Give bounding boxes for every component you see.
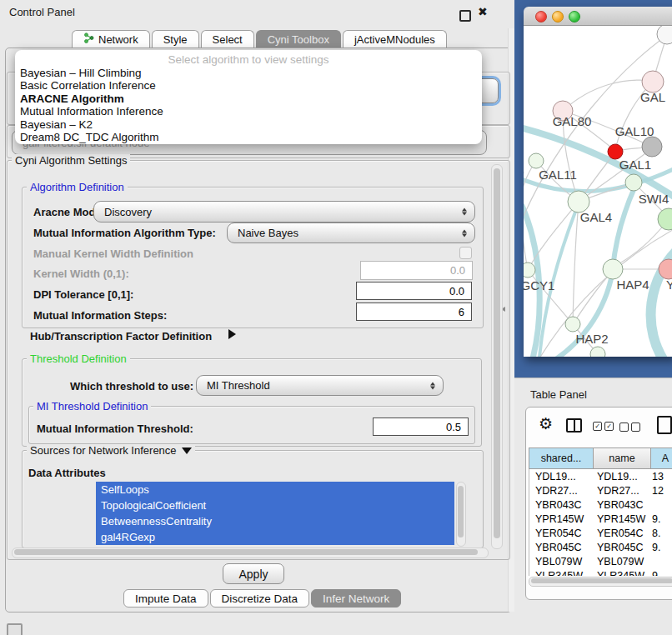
table-cell: YBL079W <box>529 556 593 568</box>
tab-network[interactable]: Network <box>72 30 150 48</box>
minimize-traffic-light-icon[interactable] <box>552 11 564 22</box>
attributes-scrollbar[interactable] <box>456 482 466 547</box>
expand-right-arrow-icon[interactable] <box>228 329 236 339</box>
collapse-down-arrow-icon[interactable] <box>182 448 192 454</box>
bottom-tab-discretize-data[interactable]: Discretize Data <box>210 589 310 608</box>
sources-title[interactable]: Sources for Network Inference <box>27 444 195 457</box>
columns-icon[interactable] <box>566 418 582 432</box>
mi-type-combo[interactable]: Naive Bayes <box>227 222 475 243</box>
which-threshold-combo[interactable]: MI Threshold <box>196 375 444 396</box>
settings-vertical-scrollbar[interactable] <box>491 164 503 549</box>
float-window-icon[interactable] <box>459 10 471 22</box>
close-traffic-light-icon[interactable] <box>535 11 547 22</box>
table-row[interactable]: YBL079WYBL079W <box>529 554 672 568</box>
bottom-tabbar: Impute DataDiscretize DataInfer Network <box>123 589 403 608</box>
dpi-tolerance-field[interactable]: 0.0 <box>356 282 472 300</box>
network-canvas[interactable]: GALGAL80GAL10GAL1GAL11SWI4GAL4GCY1HAP4YH… <box>524 26 672 357</box>
data-attributes-list[interactable]: SelfLoopsTopologicalCoefficientBetweenne… <box>96 482 454 545</box>
mi-steps-value: 6 <box>459 306 464 318</box>
table-row[interactable]: YBR045CYBR045C9. <box>529 540 672 554</box>
table-row[interactable]: YDL19...YDL19...13 <box>529 469 672 483</box>
network-node[interactable] <box>658 208 672 230</box>
attribute-item-betweennesscentrality[interactable]: BetweennessCentrality <box>96 513 454 529</box>
application-root: Control Panel ✖ NetworkStyleSelectCyni T… <box>0 0 672 635</box>
algorithm-option-dream8-dc-tdc-algorithm[interactable]: Dream8 DC_TDC Algorithm <box>15 131 482 143</box>
table-row[interactable]: YER054CYER054C8. <box>529 526 672 540</box>
network-node-label: GAL1 <box>619 158 651 172</box>
kernel-width-field[interactable]: 0.0 <box>360 261 473 280</box>
bottom-tab-infer-network[interactable]: Infer Network <box>311 589 401 608</box>
network-node-label: GAL80 <box>553 114 592 128</box>
which-threshold-label: Which threshold to use: <box>70 380 193 392</box>
sources-title-text: Sources for Network Inference <box>30 444 177 457</box>
gear-icon[interactable]: ⚙ <box>539 414 553 433</box>
table-cell: YER054C <box>529 528 593 539</box>
network-node-label: GAL10 <box>615 124 654 138</box>
column-header-name[interactable]: name <box>593 448 651 469</box>
apply-button[interactable]: Apply <box>223 563 284 584</box>
network-node[interactable] <box>603 259 623 279</box>
network-view-window[interactable]: GALGAL80GAL10GAL1GAL11SWI4GAL4GCY1HAP4YH… <box>524 7 672 357</box>
network-node[interactable] <box>529 153 544 168</box>
network-edge[interactable] <box>563 80 653 111</box>
control-panel-title: Control Panel <box>9 6 75 18</box>
settings-horizontal-scrollbar[interactable] <box>12 548 489 558</box>
table-header-row[interactable]: shared...nameA <box>529 448 672 469</box>
algorithm-dropdown-popup: Select algorithm to view settings Bayesi… <box>15 50 482 144</box>
document-icon[interactable] <box>657 416 672 434</box>
tab-select[interactable]: Select <box>201 30 254 48</box>
mi-threshold-field[interactable]: 0.5 <box>373 418 469 436</box>
table-cell: 8. <box>649 528 672 539</box>
table-row[interactable]: YLR345WYLR345W9. <box>529 568 672 576</box>
which-threshold-value: MI Threshold <box>207 379 270 392</box>
algorithm-option-bayesian-hill-climbing[interactable]: Bayesian – Hill Climbing <box>15 67 482 79</box>
table-horizontal-scrollbar[interactable] <box>529 577 672 587</box>
algorithm-option-mutual-information-inference[interactable]: Mutual Information Inference <box>15 105 482 118</box>
stepper-icon <box>430 382 435 389</box>
algorithm-option-bayesian-k2[interactable]: Bayesian – K2 <box>15 118 482 131</box>
tab-style[interactable]: Style <box>152 30 199 48</box>
tab-cyni-toolbox[interactable]: Cyni Toolbox <box>256 30 341 48</box>
algorithm-option-basic-correlation-inference[interactable]: Basic Correlation Inference <box>15 79 482 92</box>
table-cell: YBR045C <box>529 542 593 553</box>
network-node-label: SWI4 <box>639 192 669 206</box>
collapsed-panel-icon[interactable] <box>7 623 23 635</box>
table-cell: YDL19... <box>593 471 649 482</box>
network-node[interactable] <box>625 174 642 191</box>
network-node[interactable] <box>565 317 580 332</box>
tab-label: Cyni Toolbox <box>268 33 329 46</box>
table-cell: 9. <box>649 570 672 577</box>
dpi-tolerance-label: DPI Tolerance [0,1]: <box>33 288 133 301</box>
table-row[interactable]: YDR27...YDR27...12 <box>529 483 672 498</box>
network-node[interactable] <box>524 262 535 278</box>
table-cell: 9. <box>649 513 672 525</box>
table-rows[interactable]: YDL19...YDL19...13YDR27...YDR27...12YBR0… <box>529 469 672 576</box>
attribute-item-gal4rgexp[interactable]: gal4RGexp <box>96 529 454 545</box>
tab-jactivemnodules[interactable]: jActiveMNodules <box>343 30 447 48</box>
zoom-traffic-light-icon[interactable] <box>569 11 580 22</box>
tab-label: jActiveMNodules <box>354 33 435 46</box>
manual-kernel-label: Manual Kernel Width Definition <box>33 248 193 260</box>
attribute-item-topologicalcoefficient[interactable]: TopologicalCoefficient <box>96 498 454 513</box>
attribute-item-selfloops[interactable]: SelfLoops <box>96 482 454 498</box>
column-header-a[interactable]: A <box>650 448 672 469</box>
column-header-shared[interactable]: shared... <box>529 448 594 469</box>
network-window-titlebar[interactable] <box>524 7 672 26</box>
algorithm-dropdown-placeholder: Select algorithm to view settings <box>15 50 482 67</box>
hub-definition-label[interactable]: Hub/Transcription Factor Definition <box>30 330 212 342</box>
manual-kernel-checkbox[interactable] <box>459 247 472 259</box>
network-node[interactable] <box>642 137 662 157</box>
aracne-mode-combo[interactable]: Discovery <box>93 201 475 222</box>
select-all-checkboxes-icon[interactable]: ✓✓ <box>593 422 614 431</box>
table-row[interactable]: YPR145WYPR145W9. <box>529 512 672 526</box>
bottom-tab-impute-data[interactable]: Impute Data <box>123 589 208 608</box>
algorithm-option-aracne-algorithm[interactable]: ARACNE Algorithm <box>15 92 482 105</box>
table-row[interactable]: YBR043CYBR043C <box>529 498 672 512</box>
clear-checkboxes-icon[interactable] <box>619 422 640 432</box>
close-icon[interactable]: ✖ <box>478 5 488 18</box>
network-node-label: HAP2 <box>575 332 608 346</box>
mi-steps-field[interactable]: 6 <box>356 302 472 321</box>
network-node-label: GCY1 <box>524 278 554 292</box>
mi-threshold-value: 0.5 <box>446 421 461 433</box>
data-attributes-label: Data Attributes <box>28 467 106 479</box>
